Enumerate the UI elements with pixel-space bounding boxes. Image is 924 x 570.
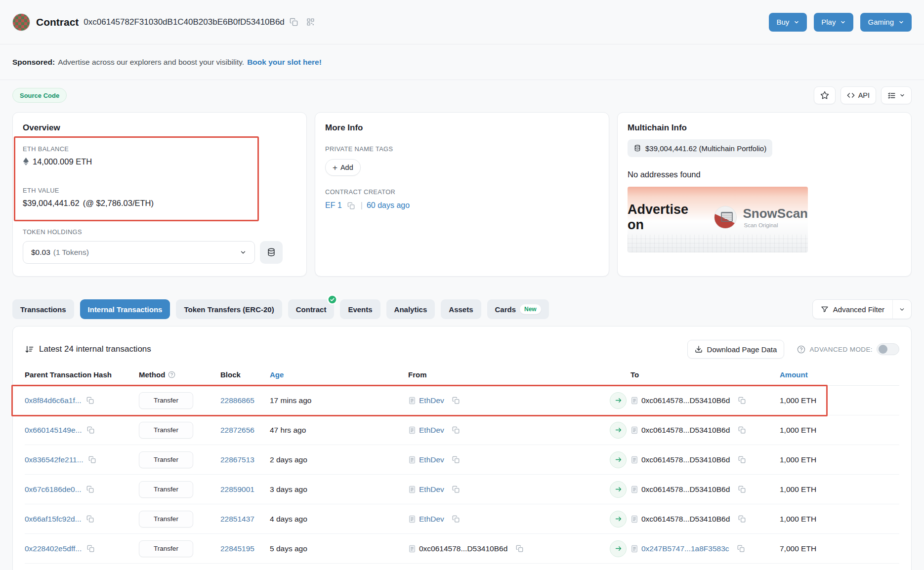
tab-internal-transactions[interactable]: Internal Transactions: [80, 299, 170, 319]
age-value: 47 hrs ago: [270, 426, 408, 435]
chevron-down-icon: [240, 249, 247, 256]
parent-tx-hash-link[interactable]: 0x660145149e...: [25, 426, 82, 435]
parent-tx-hash-link[interactable]: 0x67c6186de0...: [25, 485, 82, 494]
sponsored-text: Advertise across our explorers and boost…: [58, 58, 244, 67]
method-badge[interactable]: Transfer: [139, 540, 193, 557]
block-link[interactable]: 22845195: [220, 544, 254, 553]
advanced-mode-toggle[interactable]: [877, 343, 899, 355]
token-holdings-label: TOKEN HOLDINGS: [23, 228, 296, 236]
tab-transactions[interactable]: Transactions: [12, 299, 74, 319]
block-link[interactable]: 22886865: [220, 396, 254, 405]
to-address-link[interactable]: 0xc0614578...D53410B6d: [641, 396, 730, 405]
copy-to-button[interactable]: [736, 395, 747, 406]
view-options-button[interactable]: [881, 86, 912, 104]
method-badge[interactable]: Transfer: [139, 422, 193, 439]
tab-assets[interactable]: Assets: [441, 299, 481, 319]
download-page-data-button[interactable]: Download Page Data: [687, 340, 785, 359]
download-icon: [695, 345, 703, 353]
from-address-link[interactable]: EthDev: [419, 396, 444, 405]
copy-icon: [452, 456, 460, 463]
ad-banner[interactable]: Advertise on SnowScan Scan Original: [628, 187, 808, 252]
help-icon[interactable]: [168, 371, 175, 378]
contract-file-icon: [408, 486, 416, 493]
tab-contract[interactable]: Contract: [288, 299, 335, 319]
funnel-icon: [821, 305, 829, 313]
copy-to-button[interactable]: [736, 514, 747, 525]
copy-hash-button[interactable]: [85, 543, 96, 554]
api-button[interactable]: API: [840, 86, 876, 104]
tab-events[interactable]: Events: [340, 299, 380, 319]
copy-hash-button[interactable]: [87, 454, 98, 465]
copy-from-button[interactable]: [451, 484, 462, 495]
copy-to-button[interactable]: [736, 484, 747, 495]
from-address-link[interactable]: EthDev: [419, 426, 444, 435]
table-row: 0x8f84d6c6a1f... Transfer 22886865 17 mi…: [25, 386, 899, 415]
tab-cards[interactable]: Cards New: [487, 299, 549, 319]
copy-to-button[interactable]: [736, 543, 747, 554]
to-address-link[interactable]: 0xc0614578...D53410B6d: [641, 426, 730, 435]
copy-from-button[interactable]: [451, 395, 462, 406]
advanced-mode-control: ADVANCED MODE:: [797, 343, 899, 355]
to-address-link[interactable]: 0x247B5747...1a8F3583c: [641, 544, 729, 553]
qr-code-button[interactable]: [303, 15, 318, 30]
contract-creator-label: CONTRACT CREATOR: [325, 188, 599, 196]
from-address-link[interactable]: EthDev: [419, 455, 444, 464]
parent-tx-hash-link[interactable]: 0x228402e5dff...: [25, 544, 82, 553]
copy-address-button[interactable]: [287, 15, 301, 30]
creation-tx-link[interactable]: 60 days ago: [367, 200, 410, 211]
copy-hash-button[interactable]: [85, 395, 96, 406]
copy-to-button[interactable]: [736, 454, 747, 465]
sponsored-link[interactable]: Book your slot here!: [247, 58, 322, 67]
copy-hash-button[interactable]: [85, 484, 96, 495]
amount-value: 1,000 ETH: [764, 485, 899, 494]
method-badge[interactable]: Transfer: [139, 451, 193, 468]
block-link[interactable]: 22851437: [220, 515, 254, 524]
copy-from-button[interactable]: [451, 425, 462, 436]
multichain-portfolio-badge[interactable]: $39,004,441.62 (Multichain Portfolio): [628, 139, 772, 157]
column-header-method: Method: [139, 370, 220, 379]
checklist-icon: [887, 91, 896, 100]
copy-from-button[interactable]: [451, 454, 462, 465]
token-holdings-select[interactable]: $0.03 (1 Tokens): [23, 241, 255, 264]
copy-creator-button[interactable]: [346, 200, 357, 211]
copy-hash-button[interactable]: [85, 514, 96, 525]
to-address-link[interactable]: 0xc0614578...D53410B6d: [641, 485, 730, 494]
method-badge[interactable]: Transfer: [139, 481, 193, 498]
from-address-link[interactable]: EthDev: [419, 515, 444, 524]
block-link[interactable]: 22859001: [220, 485, 254, 494]
tab-analytics[interactable]: Analytics: [386, 299, 435, 319]
method-badge[interactable]: Transfer: [139, 511, 193, 528]
creator-link[interactable]: EF 1: [325, 200, 342, 211]
advanced-filter-dropdown-button[interactable]: [892, 300, 911, 319]
block-link[interactable]: 22872656: [220, 426, 254, 435]
age-value: 4 days ago: [270, 515, 408, 524]
to-address-link[interactable]: 0xc0614578...D53410B6d: [641, 455, 730, 464]
advanced-filter-button[interactable]: Advanced Filter: [813, 300, 892, 319]
to-address-link[interactable]: 0xc0614578...D53410B6d: [641, 515, 730, 524]
sponsored-bar: Sponsored: Advertise across our explorer…: [0, 44, 924, 80]
from-address-link[interactable]: 0xc0614578...D53410B6d: [419, 544, 507, 553]
parent-tx-hash-link[interactable]: 0x66af15fc92d...: [25, 515, 82, 524]
column-header-amount[interactable]: Amount: [764, 370, 899, 379]
copy-hash-button[interactable]: [85, 425, 96, 436]
copy-from-button[interactable]: [451, 514, 462, 525]
block-link[interactable]: 22867513: [220, 455, 254, 464]
buy-button[interactable]: Buy: [769, 13, 807, 32]
parent-tx-hash-link[interactable]: 0x8f84d6c6a1f...: [25, 396, 82, 405]
favorite-button[interactable]: [814, 86, 836, 104]
copy-icon: [86, 515, 94, 523]
add-name-tag-button[interactable]: + Add: [325, 159, 361, 176]
copy-from-button[interactable]: [514, 543, 525, 554]
from-address-link[interactable]: EthDev: [419, 485, 444, 494]
column-header-age[interactable]: Age: [270, 370, 408, 379]
table-row: 0x67c6186de0... Transfer 22859001 3 days…: [25, 475, 899, 504]
source-code-badge[interactable]: Source Code: [12, 88, 67, 103]
gaming-button[interactable]: Gaming: [860, 13, 912, 32]
copy-to-button[interactable]: [736, 425, 747, 436]
parent-tx-hash-link[interactable]: 0x836542fe211...: [25, 455, 84, 464]
play-button[interactable]: Play: [814, 13, 853, 32]
token-wallet-button[interactable]: [260, 241, 283, 264]
eth-value-label: ETH VALUE: [23, 187, 296, 195]
tab-token-transfers-erc-20-[interactable]: Token Transfers (ERC-20): [176, 299, 282, 319]
method-badge[interactable]: Transfer: [139, 392, 193, 409]
